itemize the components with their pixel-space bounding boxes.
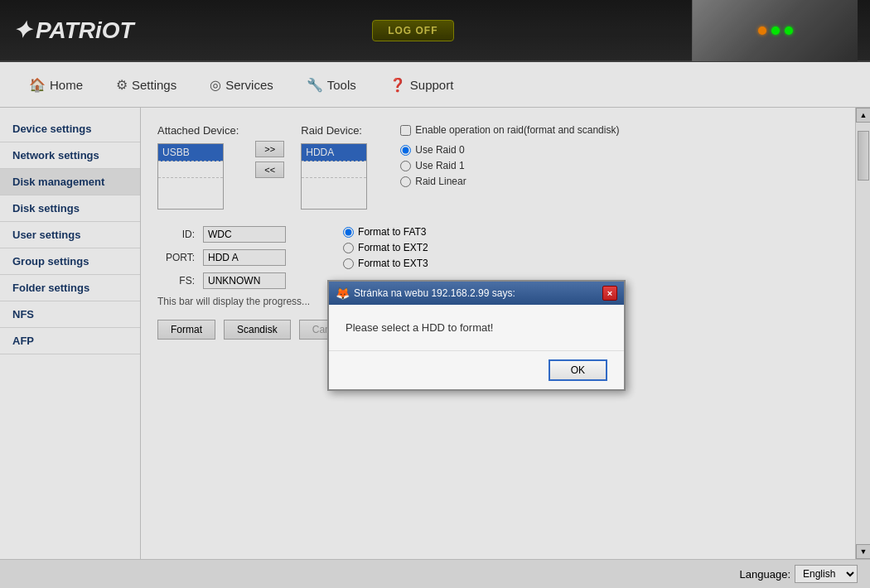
ok-button[interactable]: OK xyxy=(549,359,607,381)
modal-title-left: 🦊 Stránka na webu 192.168.2.99 says: xyxy=(336,287,515,300)
firefox-icon: 🦊 xyxy=(336,287,350,300)
modal-footer: OK xyxy=(329,350,624,389)
modal-overlay: 🦊 Stránka na webu 192.168.2.99 says: × P… xyxy=(0,0,870,588)
modal-close-button[interactable]: × xyxy=(602,286,617,301)
modal-title: Stránka na webu 192.168.2.99 says: xyxy=(354,287,515,299)
modal-dialog: 🦊 Stránka na webu 192.168.2.99 says: × P… xyxy=(327,280,626,391)
modal-message: Please select a HDD to format! xyxy=(346,321,493,334)
modal-titlebar: 🦊 Stránka na webu 192.168.2.99 says: × xyxy=(329,282,624,305)
modal-body: Please select a HDD to format! xyxy=(329,305,624,350)
